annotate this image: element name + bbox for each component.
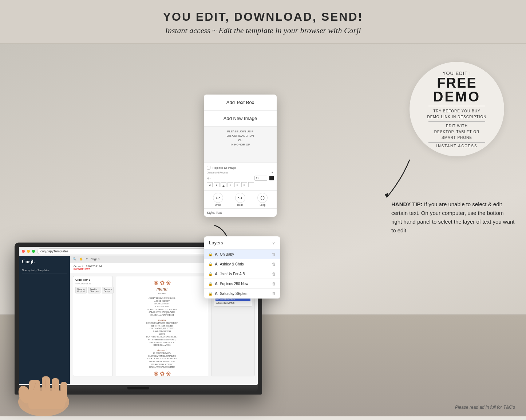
header-banner: YOU EDIT, DOWNLOAD, SEND! Instant access… (0, 0, 526, 44)
font-label: Garamond Regular (207, 171, 269, 174)
browser-close-dot (22, 250, 25, 253)
layer-item-saturday[interactable]: 🔒 A Saturday SEptem 🗑 (204, 289, 280, 299)
layer-item-saturday[interactable]: A Saturday MINUS (215, 301, 250, 305)
layer-delete-2[interactable]: 🗑 (272, 262, 276, 266)
font-controls-row: Garamond Regular ▼ (207, 171, 274, 174)
size-input[interactable] (254, 176, 267, 181)
text-format-row: B I U ≡ ≡ ≡ ··· (207, 182, 274, 187)
free-demo-circle: YOU EDIT ! FREE DEMO TRY BEFORE YOU BUY … (410, 62, 504, 156)
floating-editor-panel: Add Text Box Add New Image PLEASE JOIN U… (204, 95, 277, 217)
layer-delete-5[interactable]: 🗑 (272, 291, 276, 296)
add-text-box-button[interactable]: Add Text Box (204, 95, 277, 111)
order-panel-actions: Send toOriginal Send toChanges ApproveDe… (75, 287, 110, 293)
svg-rect-6 (28, 391, 65, 409)
snap-label: Snap (260, 204, 265, 206)
demo-free-text: FREE (437, 76, 476, 90)
layer-type-1: A (215, 252, 218, 256)
toolbar-hand: ✋ (79, 257, 83, 261)
align-left-button[interactable]: ≡ (228, 182, 233, 187)
order-panel-status: ● INCOMPLETE (75, 283, 110, 285)
demo-demo-text: DEMO (433, 90, 480, 104)
panel-controls: Replace as image Garamond Regular ▼ Hpr … (204, 163, 277, 191)
snap-button[interactable]: ⬡ Snap (257, 193, 268, 206)
layer-type-2: A (215, 262, 218, 266)
demo-try-text: TRY BEFORE YOU BUY DEMO LINK IN DESCRIPT… (427, 108, 487, 120)
layer-lock-icon-5: 🔒 (208, 292, 213, 296)
style-text-label: Style: Text (207, 211, 222, 215)
corjl-logo: Corjl. (22, 259, 67, 265)
font-arrow: ▼ (271, 171, 274, 174)
redo-button[interactable]: ↪ Redo (235, 193, 245, 206)
layer-delete-4[interactable]: 🗑 (272, 281, 276, 286)
snap-icon: ⬡ (257, 193, 268, 203)
demo-divider-1 (428, 106, 485, 106)
browser-maximize-dot (32, 250, 35, 253)
menu-card: ❀ ✿ ❀ mena entrees CRISPY PEKING DUCK RO… (116, 276, 208, 376)
action-original[interactable]: Send toOriginal (75, 287, 87, 293)
layers-header: Layers ∨ (204, 236, 280, 249)
layer-lock-icon-2: 🔒 (208, 262, 213, 266)
style-text-row: Style: Text (204, 209, 277, 217)
demo-instant-access: INSTANT ACCESS (436, 144, 477, 148)
layer-lock-icon-1: 🔒 (208, 252, 213, 256)
menu-section-dessert: dessert (119, 348, 205, 352)
toolbar-zoom: 🔍 (73, 257, 76, 261)
undo-label: Undo (215, 204, 221, 206)
corjl-nav-templates[interactable]: NoorayParty Templates (22, 268, 67, 273)
layer-type-3: A (215, 272, 218, 276)
layer-lock-icon-3: 🔒 (208, 272, 213, 276)
layer-name-oh-baby: Oh Baby (220, 252, 270, 256)
demo-divider-2 (428, 121, 485, 122)
menu-items-dessert: 20 CONFIT LEMON, CLOVES & VANILLA PRALIN… (119, 352, 205, 369)
layer-item-join-us[interactable]: 🔒 A Join Us For A B 🗑 (204, 269, 280, 279)
layers-panel: Layers ∨ 🔒 A Oh Baby 🗑 🔒 A Ashley & Chri… (204, 236, 280, 299)
align-center-button[interactable]: ≡ (234, 182, 240, 187)
bold-button[interactable]: B (207, 182, 213, 187)
preview-text: PLEASE JOIN US F OR A BRIDAL BRUN CH IN … (207, 129, 274, 147)
replace-image-row: Replace as image (207, 166, 274, 169)
layer-delete-1[interactable]: 🗑 (272, 252, 276, 256)
menu-flower-bottom: ❀ ✿ ❀ (119, 370, 205, 376)
hand-illustration (11, 344, 98, 416)
panel-preview-area: PLEASE JOIN US F OR A BRIDAL BRUN CH IN … (204, 127, 277, 163)
color-swatch[interactable] (269, 176, 274, 180)
add-new-image-button[interactable]: Add New Image (204, 111, 277, 127)
layer-name-supinos: Supinos 250 New (220, 282, 270, 286)
layer-item-oh-baby[interactable]: 🔒 A Oh Baby 🗑 (204, 249, 280, 259)
header-title: YOU EDIT, DOWNLOAD, SEND! (7, 10, 519, 24)
redo-icon: ↪ (235, 193, 245, 203)
more-button[interactable]: ··· (248, 182, 254, 187)
align-right-button[interactable]: ≡ (241, 182, 247, 187)
undo-redo-row: ↩ Undo ↪ Redo ⬡ Snap (204, 191, 277, 209)
menu-subtitle: entrees (119, 292, 205, 295)
menu-items-starters: CRISPY PEKING DUCK ROLL A SOUR CHERRY & … (119, 297, 205, 317)
size-label: Hpr (207, 177, 252, 180)
layer-name-join-us: Join Us For A B (220, 272, 270, 276)
menu-title: mena (119, 286, 205, 292)
undo-icon: ↩ (213, 193, 223, 203)
action-approve[interactable]: ApproveDesign (102, 287, 114, 293)
toolbar-text: T (86, 257, 88, 261)
undo-button[interactable]: ↩ Undo (213, 193, 223, 206)
layer-delete-3[interactable]: 🗑 (272, 272, 276, 276)
layer-type-5: A (215, 291, 218, 296)
layer-name-ashley-chris: Ashley & Chris (220, 262, 270, 266)
order-panel-title: Order Item 1 (75, 279, 110, 281)
handy-tip-container: HANDY TIP: If you are unable to select &… (391, 200, 515, 235)
header-subtitle: Instant access ~ Edit the template in yo… (7, 26, 519, 35)
layer-lock-icon-4: 🔒 (208, 282, 213, 286)
menu-section-main: mains (119, 318, 205, 322)
italic-button[interactable]: I (214, 182, 220, 187)
underline-button[interactable]: U (221, 182, 226, 187)
main-content: corjlpapyTemplates Corjl. NoorayParty Te… (0, 44, 526, 416)
layers-chevron-icon[interactable]: ∨ (272, 240, 275, 245)
replace-image-checkbox[interactable] (207, 166, 210, 169)
layer-item-ashley-chris[interactable]: 🔒 A Ashley & Chris 🗑 (204, 259, 280, 269)
menu-flower-top: ❀ ✿ ❀ (119, 279, 205, 286)
size-controls-row: Hpr (207, 176, 274, 181)
footer-text: Please read ad in full for T&C's (455, 405, 515, 410)
action-change[interactable]: Send toChanges (88, 287, 100, 293)
demo-edit-with-text: EDIT WITH DESKTOP, TABLET OR SMART PHONE (434, 123, 479, 141)
layer-item-supinos[interactable]: 🔒 A Supinos 250 New 🗑 (204, 279, 280, 289)
layer-name-saturday: Saturday SEptem (220, 292, 270, 296)
